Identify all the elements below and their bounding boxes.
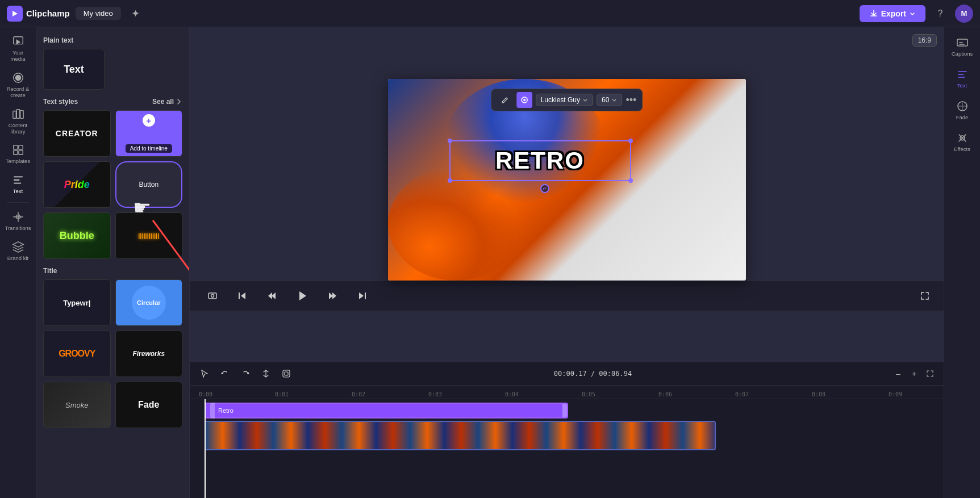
svg-rect-10 — [13, 150, 17, 154]
video-title-button[interactable]: My video — [76, 7, 121, 20]
right-sidebar-fade[interactable]: Fade — [948, 95, 977, 125]
chevron-right-icon — [176, 98, 182, 105]
svg-marker-29 — [359, 292, 364, 299]
fast-forward-button[interactable] — [324, 287, 342, 305]
captions-icon — [956, 36, 969, 49]
help-button[interactable]: ? — [931, 5, 949, 23]
timeline-toolbar: 00:00.17 / 00:06.94 – + — [190, 362, 944, 386]
text-track[interactable]: Retro — [205, 403, 568, 419]
style-card-button[interactable]: Button — [115, 161, 183, 208]
right-sidebar: Captions Text Fade Effects — [944, 27, 980, 498]
sidebar-item-templates[interactable]: Templates — [3, 140, 33, 168]
sidebar-item-text[interactable]: Text — [3, 170, 33, 198]
pencil-icon — [501, 96, 509, 104]
text-selection-box[interactable]: RetrO — [449, 140, 631, 181]
undo-button[interactable] — [217, 366, 233, 382]
svg-rect-5 — [12, 111, 16, 118]
retro-text[interactable]: RetrO — [495, 147, 585, 174]
sidebar-item-library[interactable]: Content library — [3, 104, 33, 139]
title-card-smoke[interactable]: Smoke — [43, 382, 111, 428]
style-card-bubble[interactable]: Bubble — [43, 212, 111, 259]
zoom-in-button[interactable]: + — [907, 367, 921, 380]
track-right-handle[interactable] — [562, 404, 567, 417]
see-all-button[interactable]: See all — [152, 98, 182, 106]
main-area: Your media Record & create Content libra… — [0, 27, 980, 498]
fast-forward-icon — [328, 291, 338, 301]
title-card-fade[interactable]: Fade — [115, 382, 183, 428]
plus-icon: + — [143, 114, 155, 127]
rewind-icon — [266, 291, 277, 301]
right-sidebar-text[interactable]: Text — [948, 64, 977, 93]
svg-marker-23 — [268, 292, 272, 299]
ruler-mark-1: 0:01 — [275, 391, 289, 397]
plain-text-card[interactable]: Text — [43, 49, 105, 90]
style-card-textbox[interactable]: + Text box Add to timeline Add to timeli… — [115, 110, 183, 157]
handle-br[interactable] — [628, 178, 633, 183]
playhead[interactable] — [205, 399, 206, 498]
media-icon — [12, 35, 24, 48]
title-card-typewriter[interactable]: Typewr| — [43, 279, 111, 326]
ruler-mark-8: 0:08 — [812, 391, 825, 397]
text-panel: Plain text Text Text styles See all CREA… — [36, 27, 190, 498]
export-icon — [870, 10, 878, 18]
pencil-tool-button[interactable] — [497, 92, 513, 108]
font-selector[interactable]: Luckiest Guy — [536, 94, 593, 106]
svg-rect-7 — [20, 110, 23, 118]
title-card-fireworks[interactable]: Fireworks — [115, 330, 183, 377]
user-avatar[interactable]: M — [955, 5, 973, 23]
export-button[interactable]: Export — [860, 5, 925, 22]
record-icon — [12, 72, 24, 84]
title-section-label: Title — [43, 267, 182, 275]
svg-marker-25 — [299, 291, 306, 300]
topbar: Clipchamp My video ✦ Export ? M — [0, 0, 980, 27]
video-track[interactable] — [205, 421, 716, 450]
sidebar-divider — [7, 202, 30, 203]
redo-button[interactable] — [237, 366, 253, 382]
style-tool-button[interactable] — [516, 92, 532, 108]
screenshot-button[interactable] — [203, 287, 222, 305]
more-options-button[interactable]: ••• — [625, 94, 636, 106]
skip-forward-button[interactable] — [353, 287, 372, 305]
skip-back-icon — [237, 291, 247, 301]
ruler-mark-2: 0:02 — [352, 391, 365, 397]
text-right-icon — [956, 68, 969, 81]
svg-rect-9 — [18, 145, 22, 149]
handle-tl[interactable] — [448, 139, 452, 143]
style-card-creator[interactable]: CREATOR — [43, 110, 111, 157]
timeline-time-display: 00:00.17 / 00:06.94 — [299, 370, 887, 378]
style-card-pride[interactable]: Pride — [43, 161, 111, 208]
title-card-groovy[interactable]: GROOVY — [43, 330, 111, 377]
split-button[interactable] — [258, 366, 274, 382]
preview-area: 16:9 Luckiest Guy 60 ••• — [190, 27, 944, 362]
text-editing-toolbar: Luckiest Guy 60 ••• — [491, 89, 643, 111]
sidebar-item-your-media[interactable]: Your media — [3, 32, 33, 66]
sidebar-item-transitions[interactable]: Transitions — [3, 207, 33, 235]
style-card-neon[interactable]: |||||||||||| — [115, 212, 183, 259]
rotation-handle[interactable] — [540, 184, 549, 193]
skip-back-button[interactable] — [233, 287, 251, 305]
play-icon — [296, 290, 308, 302]
sidebar-item-record[interactable]: Record & create — [3, 68, 33, 102]
fit-zoom-icon — [926, 370, 934, 378]
track-left-handle[interactable] — [210, 403, 215, 419]
handle-bl[interactable] — [448, 178, 452, 183]
title-card-circular[interactable]: Circular — [115, 279, 183, 326]
right-sidebar-effects[interactable]: Effects — [948, 127, 977, 157]
ruler-mark-5: 0:05 — [582, 391, 595, 397]
plain-text-section-title: Plain text — [43, 36, 182, 44]
right-sidebar-captions[interactable]: Captions — [948, 32, 977, 61]
magic-icon-button[interactable]: ✦ — [127, 5, 145, 23]
fullscreen-button[interactable] — [920, 291, 930, 301]
sidebar-item-brand[interactable]: Brand kit — [3, 237, 33, 265]
timeline-select-tool[interactable] — [197, 366, 212, 382]
handle-tr[interactable] — [628, 139, 633, 143]
play-button[interactable] — [292, 286, 312, 306]
fit-zoom-button[interactable] — [923, 367, 937, 380]
rewind-button[interactable] — [262, 287, 281, 305]
save-frame-button[interactable] — [278, 366, 294, 382]
zoom-out-button[interactable]: – — [891, 367, 905, 380]
video-controls — [190, 281, 944, 311]
svg-rect-19 — [208, 293, 216, 299]
transitions-icon — [12, 211, 24, 223]
font-size-selector[interactable]: 60 — [597, 94, 622, 106]
